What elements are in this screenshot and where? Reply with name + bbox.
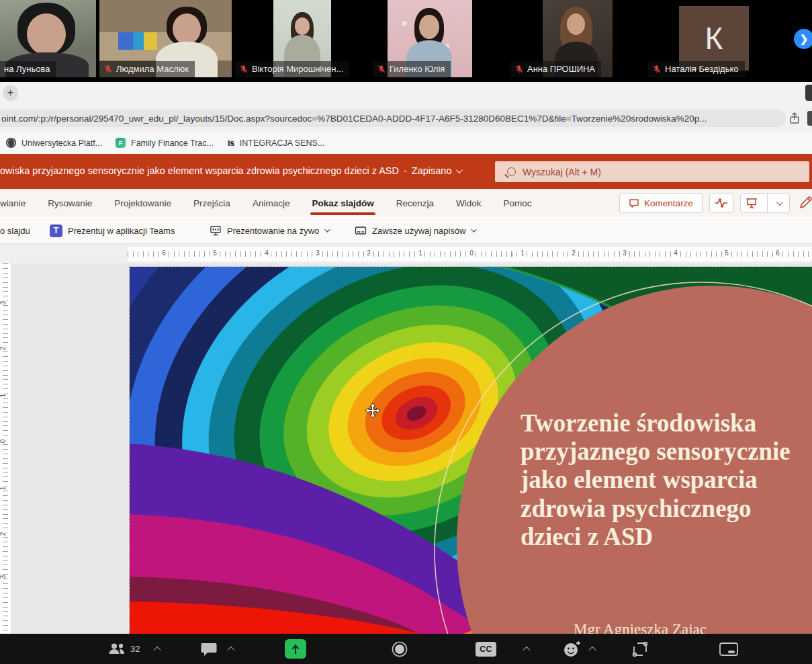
- teams-icon: T: [50, 224, 62, 237]
- present-split-button[interactable]: [740, 193, 790, 213]
- pencil-icon: [798, 194, 812, 210]
- reactions-menu-chevron[interactable]: [590, 634, 595, 664]
- bookmark-item[interactable]: is INTEGRACJA SENS...: [228, 132, 324, 154]
- vertical-ruler: 3 2 1 0 1 2 3: [0, 263, 11, 634]
- chevron-down-icon[interactable]: [456, 167, 463, 173]
- tab-pomoc[interactable]: Pomoc: [503, 196, 531, 211]
- ruler-row: 6 5 4 3 2 1 0 1 2 3 4 5 6: [0, 244, 812, 263]
- slide-title-line: zdrowia psychicznego: [521, 495, 812, 523]
- browser-tab-strip: +: [0, 82, 812, 105]
- present-in-teams-button[interactable]: T Prezentuj w aplikacji Teams: [50, 217, 175, 244]
- apps-icon: [631, 640, 649, 658]
- catch-up-button[interactable]: [709, 193, 733, 213]
- mic-muted-icon: [377, 65, 386, 74]
- participant-name-label: Людмила Маслюк: [99, 61, 195, 77]
- present-live-button[interactable]: Prezentowanie na żywo: [210, 217, 328, 244]
- slide-title[interactable]: Tworzenie środowiska przyjaznego sensory…: [521, 409, 812, 551]
- participant-name: Анна ПРОШИНА: [527, 64, 595, 74]
- saved-status[interactable]: Zapisano: [412, 165, 452, 176]
- bookmark-item[interactable]: F Family Finance Trac...: [116, 132, 214, 154]
- browser-toolbar: oint.com/:p:/r/personal/295470_uwr_edu_p…: [0, 105, 812, 132]
- participant-tile[interactable]: Анна ПРОШИНА: [510, 0, 645, 77]
- participant-tile[interactable]: Гиленко Юлія: [373, 0, 507, 77]
- slide-title-line: dzieci z ASD: [521, 523, 812, 551]
- bookmark-item[interactable]: Uniwersytecka Platf...: [6, 132, 102, 154]
- participants-menu-chevron[interactable]: [154, 634, 160, 664]
- search-input[interactable]: [523, 167, 778, 177]
- tab-recenzja[interactable]: Recenzja: [396, 196, 434, 211]
- apps-button[interactable]: [631, 634, 649, 664]
- participant-name-label: Анна ПРОШИНА: [510, 61, 601, 77]
- meeting-toolbar: 32 CC: [0, 634, 812, 664]
- chevron-down-icon: [324, 226, 330, 232]
- slide-canvas[interactable]: Tworzenie środowiska przyjaznego sensory…: [130, 267, 812, 634]
- chevron-down-icon: [471, 226, 477, 232]
- share-screen-button[interactable]: [285, 634, 306, 664]
- participant-name-label: Гиленко Юлія: [373, 61, 451, 77]
- present-button[interactable]: [741, 194, 762, 212]
- chat-menu-chevron[interactable]: [228, 634, 234, 664]
- finance-app-icon: F: [116, 138, 126, 148]
- address-bar[interactable]: oint.com/:p:/r/personal/295470_uwr_edu_p…: [0, 110, 786, 127]
- share-page-icon[interactable]: [788, 112, 801, 125]
- tab-rysowanie[interactable]: Rysowanie: [48, 196, 92, 211]
- search-box[interactable]: [495, 161, 809, 182]
- participant-tile[interactable]: Людмила Маслюк: [99, 0, 232, 77]
- reactions-button[interactable]: [563, 634, 582, 664]
- horizontal-ruler: 6 5 4 3 2 1 0 1 2 3 4 5 6: [128, 247, 812, 261]
- present-in-teams-label: Prezentuj w aplikacji Teams: [68, 226, 175, 236]
- editor-work-area: 3 2 1 0 1 2 3: [0, 263, 812, 634]
- ribbon-tab-row: wianie Rysowanie Projektowanie Przejścia…: [0, 189, 812, 217]
- whiteboard-icon: [719, 641, 739, 657]
- participant-tile[interactable]: К Наталія Бездідько: [648, 0, 782, 77]
- slide-title-line: przyjaznego sensorycznie: [521, 438, 812, 466]
- from-current-slide-button[interactable]: o slajdu: [0, 217, 30, 244]
- slide-title-line: jako element wsparcia: [521, 466, 812, 494]
- chat-icon: [200, 642, 218, 657]
- window-control-partial[interactable]: [805, 85, 812, 101]
- bookmark-label: Uniwersytecka Platf...: [21, 138, 102, 148]
- strip-divider: [0, 77, 812, 82]
- search-icon: [507, 167, 516, 176]
- always-use-captions-label: Zawsze używaj napisów: [372, 226, 465, 236]
- mic-muted-icon: [239, 65, 249, 74]
- tab-projektowanie[interactable]: Projektowanie: [114, 196, 171, 211]
- editing-mode-pencil-button[interactable]: [798, 194, 812, 212]
- comments-button[interactable]: Komentarze: [619, 193, 703, 213]
- mic-muted-icon: [514, 65, 524, 74]
- tab-pokaz-slajdow[interactable]: Pokaz slajdów: [312, 196, 373, 211]
- participant-tile[interactable]: Вікторія Мирошнічен...: [235, 0, 370, 77]
- cc-button[interactable]: CC: [476, 634, 496, 664]
- present-options-chevron[interactable]: [767, 194, 789, 212]
- activity-pulse-icon: [715, 198, 728, 208]
- bookmarks-bar: Uniwersytecka Platf... F Family Finance …: [0, 132, 812, 154]
- mic-muted-icon: [652, 65, 662, 74]
- next-participants-page-button[interactable]: ❯: [794, 29, 812, 49]
- slide-author[interactable]: Mgr Agnieszka Zając: [506, 621, 774, 634]
- participant-tile[interactable]: на Луньова: [0, 0, 96, 77]
- whiteboards-button[interactable]: [719, 634, 739, 664]
- address-url: oint.com/:p:/r/personal/295470_uwr_edu_p…: [1, 114, 707, 124]
- bookmark-label: INTEGRACJA SENS...: [240, 138, 324, 148]
- share-screen-icon: [285, 639, 306, 659]
- browser-menu-partial[interactable]: [807, 111, 812, 126]
- comment-bubble-icon: [629, 198, 639, 208]
- slide-title-line: Tworzenie środowiska: [521, 409, 812, 438]
- reactions-smiley-icon: [563, 640, 582, 658]
- tab-animacje[interactable]: Animacje: [253, 196, 290, 211]
- participants-button[interactable]: 32: [107, 634, 140, 664]
- presentation-screen-icon: [746, 198, 758, 209]
- present-live-label: Prezentowanie na żywo: [227, 226, 319, 236]
- record-button[interactable]: [391, 634, 408, 664]
- participant-name-label: на Луньова: [0, 61, 56, 77]
- participants-icon: [107, 642, 126, 656]
- chat-button[interactable]: [200, 634, 218, 664]
- tab-przejscia[interactable]: Przejścia: [193, 196, 230, 211]
- tab-wstawianie[interactable]: wianie: [0, 196, 26, 211]
- always-use-captions-button[interactable]: Zawsze używaj napisów: [355, 217, 475, 244]
- bookmark-label: Family Finance Trac...: [131, 138, 214, 148]
- tab-widok[interactable]: Widok: [456, 196, 482, 211]
- captions-icon: [355, 224, 367, 237]
- new-tab-button[interactable]: +: [3, 85, 18, 101]
- cc-menu-chevron[interactable]: [524, 634, 529, 664]
